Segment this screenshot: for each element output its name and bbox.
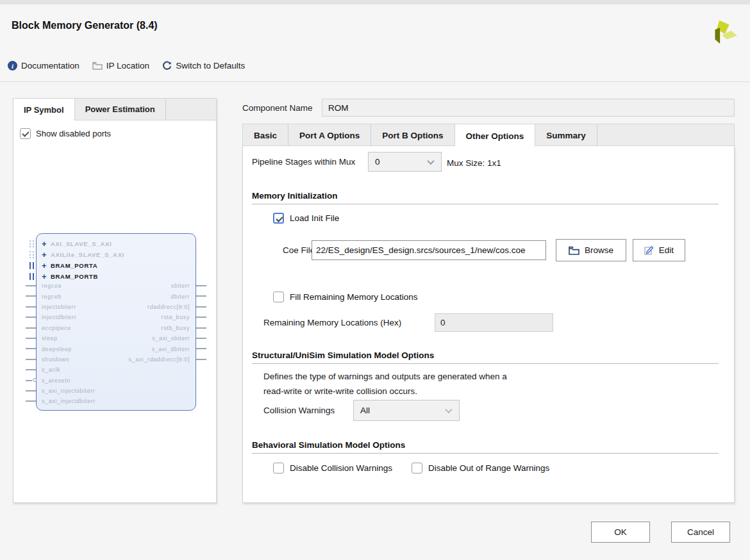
pin-stub — [26, 285, 36, 286]
component-name-field[interactable]: ROM — [322, 99, 735, 117]
ip-location-label: IP Location — [106, 61, 149, 70]
options-tabstrip: Basic Port A Options Port B Options Othe… — [242, 124, 735, 146]
fill-remaining-label: Fill Remaining Memory Locations — [290, 292, 418, 302]
show-disabled-ports-checkbox[interactable] — [20, 128, 31, 139]
pin-label: sbiterr — [171, 283, 190, 289]
remaining-locations-field[interactable]: 0 — [435, 313, 553, 332]
collision-warnings-dropdown[interactable]: All — [353, 400, 460, 421]
pin-label: regceb — [42, 293, 62, 300]
pipeline-stages-value: 0 — [375, 157, 380, 167]
pin-stub — [26, 400, 36, 402]
pin-stub — [26, 317, 36, 318]
pin-stub — [196, 306, 206, 308]
coe-file-input[interactable]: 22/ES_design/ES_design.srcs/sources_1/ne… — [312, 240, 546, 260]
disable-range-label: Disable Out of Range Warnings — [428, 463, 549, 473]
pin-stub — [26, 359, 36, 360]
section-divider — [252, 204, 719, 204]
block-memory-generator-dialog: Block Memory Generator (8.4) i Documenta… — [0, 0, 750, 560]
ok-button[interactable]: OK — [591, 522, 650, 543]
interface-row[interactable]: + AXI_SLAVE_S_AXI — [37, 238, 196, 249]
mux-size-text: Mux Size: 1x1 — [447, 158, 501, 168]
structural-desc-line2: read-write or write-write collision occu… — [263, 386, 417, 396]
window-top-strip — [0, 0, 750, 4]
collision-warnings-value: All — [360, 406, 370, 415]
behavioral-heading: Behavioral Simulation Model Options — [252, 440, 405, 450]
tab-port-b-options[interactable]: Port B Options — [371, 124, 454, 147]
pipeline-stages-dropdown[interactable]: 0 — [368, 152, 442, 172]
pin-label: sleep — [42, 335, 58, 342]
switch-to-defaults-button[interactable]: Switch to Defaults — [162, 61, 245, 70]
pin-stub — [26, 390, 36, 391]
dialog-title: Block Memory Generator (8.4) — [12, 20, 158, 31]
disable-range-checkbox[interactable] — [412, 463, 422, 474]
pin-row: injectdbiterr — [37, 312, 96, 322]
bus-icon — [29, 273, 34, 280]
load-init-file-row: Load Init File — [273, 213, 339, 224]
pin-row: rstb_busy — [128, 323, 196, 333]
documentation-button[interactable]: i Documentation — [8, 61, 79, 70]
edit-pencil-icon — [644, 245, 654, 255]
pin-row: regceb — [37, 291, 96, 301]
pin-stub — [196, 338, 206, 339]
left-tabstrip: IP Symbol Power Estimation — [13, 99, 216, 120]
expand-plus-icon[interactable]: + — [42, 240, 51, 248]
pin-stub — [26, 338, 36, 339]
expand-plus-icon[interactable]: + — [42, 251, 51, 259]
pin-stub — [26, 295, 36, 297]
right-pin-list: sbiterr dbiterr rdaddrecc[9:0] r — [128, 281, 196, 365]
pin-label: rdaddrecc[9:0] — [147, 304, 190, 310]
pin-row: rsta_busy — [128, 312, 196, 322]
refresh-icon — [162, 61, 172, 70]
expand-plus-icon[interactable]: + — [42, 272, 51, 281]
browse-button[interactable]: Browse — [556, 239, 626, 261]
switch-to-defaults-label: Switch to Defaults — [176, 61, 245, 70]
pin-row: s_axi_sbiterr — [128, 333, 196, 343]
show-disabled-ports-label: Show disabled ports — [36, 129, 111, 138]
pin-label: s_axi_injectsbiterr — [42, 388, 95, 394]
pin-stub — [196, 327, 206, 329]
disable-collision-checkbox[interactable] — [273, 463, 284, 474]
edit-button[interactable]: Edit — [633, 239, 685, 261]
documentation-label: Documentation — [21, 61, 79, 70]
info-icon: i — [8, 61, 17, 70]
pin-stub — [196, 359, 206, 360]
tab-summary[interactable]: Summary — [535, 124, 597, 147]
pin-row: regcea — [37, 281, 96, 291]
pin-row: s_axi_injectdbiterr — [37, 396, 96, 406]
tab-basic[interactable]: Basic — [243, 124, 288, 147]
pin-stub — [26, 306, 36, 308]
tab-port-a-options[interactable]: Port A Options — [288, 124, 371, 147]
pin-label: s_aresetn — [42, 377, 71, 384]
tab-other-options[interactable]: Other Options — [455, 124, 536, 148]
pin-label: s_axi_injectdbiterr — [42, 398, 96, 404]
expand-plus-icon[interactable]: + — [42, 261, 51, 270]
fill-remaining-checkbox[interactable] — [273, 292, 284, 302]
pin-stub — [196, 317, 206, 318]
tab-power-estimation[interactable]: Power Estimation — [75, 99, 166, 120]
tab-ip-symbol[interactable]: IP Symbol — [13, 99, 75, 120]
bus-icon — [29, 251, 34, 258]
pin-stub — [196, 348, 206, 349]
fill-remaining-row: Fill Remaining Memory Locations — [273, 292, 418, 302]
pin-stub — [196, 285, 206, 286]
ip-location-button[interactable]: IP Location — [92, 61, 149, 70]
browse-label: Browse — [585, 245, 613, 255]
disable-range-row: Disable Out of Range Warnings — [412, 463, 549, 474]
pin-stub — [196, 295, 206, 297]
pin-stub — [26, 369, 36, 370]
interface-row[interactable]: + BRAM_PORTA — [37, 260, 196, 271]
pin-label: eccpipece — [42, 325, 71, 331]
interface-row[interactable]: + AXILite_SLAVE_S_AXI — [37, 249, 196, 260]
browse-folder-icon — [569, 246, 579, 255]
pin-row: s_axi_injectsbiterr — [37, 386, 96, 396]
pin-row: sleep — [37, 333, 96, 343]
load-init-file-checkbox[interactable] — [273, 213, 284, 224]
pin-row: s_aresetn — [37, 375, 96, 386]
collision-warnings-label: Collision Warnings — [263, 406, 335, 415]
cancel-button[interactable]: Cancel — [671, 522, 730, 543]
pin-label: shutdown — [42, 356, 69, 363]
interface-label: AXILite_SLAVE_S_AXI — [51, 251, 124, 258]
pin-row: s_axi_dbiterr — [128, 343, 196, 354]
left-pin-list: regcea regceb injectsbiterr inje — [37, 281, 96, 407]
section-divider — [252, 363, 719, 364]
